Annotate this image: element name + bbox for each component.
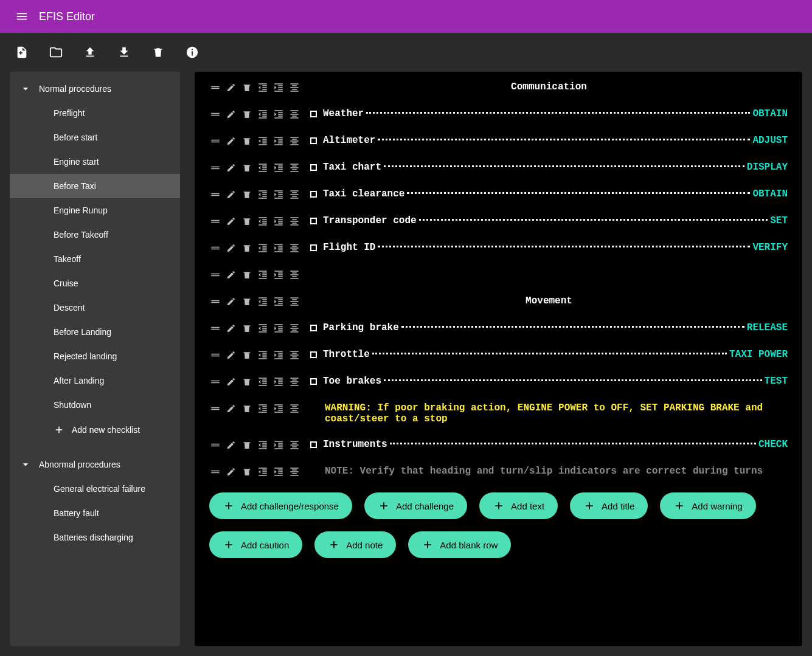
add-button[interactable]: Add blank row: [408, 531, 511, 558]
indent-button[interactable]: [272, 135, 285, 147]
row-delete-button[interactable]: [241, 269, 253, 281]
row-delete-button[interactable]: [241, 322, 253, 334]
edit-button[interactable]: [225, 439, 237, 451]
edit-button[interactable]: [225, 162, 237, 174]
checkbox[interactable]: [310, 111, 317, 117]
indent-button[interactable]: [272, 439, 285, 451]
outdent-button[interactable]: [257, 295, 269, 308]
sidebar-item[interactable]: Before Taxi: [10, 174, 180, 198]
indent-button[interactable]: [272, 322, 285, 334]
checkbox[interactable]: [310, 351, 317, 358]
outdent-button[interactable]: [257, 162, 269, 174]
add-button[interactable]: Add title: [570, 492, 648, 519]
edit-button[interactable]: [225, 108, 237, 120]
drag-handle[interactable]: [209, 349, 221, 361]
drag-handle[interactable]: [209, 439, 221, 451]
drag-handle[interactable]: [209, 466, 221, 478]
row-delete-button[interactable]: [241, 188, 253, 201]
delete-button[interactable]: [151, 45, 165, 60]
drag-handle[interactable]: [209, 376, 221, 388]
row-delete-button[interactable]: [241, 215, 253, 227]
download-button[interactable]: [117, 45, 131, 60]
outdent-button[interactable]: [257, 322, 269, 334]
edit-button[interactable]: [225, 269, 237, 281]
indent-button[interactable]: [272, 295, 285, 308]
sidebar-item[interactable]: Before Landing: [10, 320, 180, 344]
drag-handle[interactable]: [209, 269, 221, 281]
drag-handle[interactable]: [209, 215, 221, 227]
center-button[interactable]: [288, 215, 300, 227]
row-delete-button[interactable]: [241, 376, 253, 388]
row-delete-button[interactable]: [241, 349, 253, 361]
drag-handle[interactable]: [209, 322, 221, 334]
add-button[interactable]: Add warning: [660, 492, 755, 519]
indent-button[interactable]: [272, 81, 285, 94]
center-button[interactable]: [288, 135, 300, 147]
checkbox[interactable]: [310, 244, 317, 251]
drag-handle[interactable]: [209, 242, 221, 254]
new-file-button[interactable]: [15, 45, 29, 60]
drag-handle[interactable]: [209, 81, 221, 94]
sidebar-item[interactable]: Preflight: [10, 101, 180, 125]
checkbox[interactable]: [310, 441, 317, 448]
edit-button[interactable]: [225, 376, 237, 388]
checkbox[interactable]: [310, 164, 317, 171]
checkbox[interactable]: [310, 378, 317, 385]
center-button[interactable]: [288, 349, 300, 361]
add-button[interactable]: Add caution: [209, 531, 302, 558]
edit-button[interactable]: [225, 135, 237, 147]
checkbox[interactable]: [310, 191, 317, 198]
outdent-button[interactable]: [257, 439, 269, 451]
outdent-button[interactable]: [257, 135, 269, 147]
sidebar-item[interactable]: Rejected landing: [10, 344, 180, 368]
add-button[interactable]: Add challenge: [364, 492, 467, 519]
center-button[interactable]: [288, 269, 300, 281]
sidebar-item[interactable]: Engine start: [10, 150, 180, 174]
outdent-button[interactable]: [257, 376, 269, 388]
drag-handle[interactable]: [209, 188, 221, 201]
sidebar-item[interactable]: Shutdown: [10, 393, 180, 417]
outdent-button[interactable]: [257, 349, 269, 361]
outdent-button[interactable]: [257, 269, 269, 281]
center-button[interactable]: [288, 402, 300, 415]
center-button[interactable]: [288, 108, 300, 120]
indent-button[interactable]: [272, 108, 285, 120]
upload-button[interactable]: [83, 45, 97, 60]
edit-button[interactable]: [225, 295, 237, 308]
indent-button[interactable]: [272, 242, 285, 254]
tree-group-header[interactable]: Abnormal procedures: [10, 452, 180, 477]
row-delete-button[interactable]: [241, 162, 253, 174]
center-button[interactable]: [288, 439, 300, 451]
indent-button[interactable]: [272, 269, 285, 281]
indent-button[interactable]: [272, 376, 285, 388]
sidebar-item[interactable]: Engine Runup: [10, 198, 180, 223]
drag-handle[interactable]: [209, 108, 221, 120]
sidebar-item[interactable]: Before Takeoff: [10, 223, 180, 247]
sidebar-item[interactable]: Descent: [10, 295, 180, 320]
row-delete-button[interactable]: [241, 402, 253, 415]
drag-handle[interactable]: [209, 402, 221, 415]
indent-button[interactable]: [272, 402, 285, 415]
outdent-button[interactable]: [257, 242, 269, 254]
drag-handle[interactable]: [209, 295, 221, 308]
edit-button[interactable]: [225, 466, 237, 478]
row-delete-button[interactable]: [241, 242, 253, 254]
add-button[interactable]: Add note: [314, 531, 396, 558]
checkbox[interactable]: [310, 325, 317, 331]
center-button[interactable]: [288, 376, 300, 388]
sidebar-item[interactable]: Before start: [10, 125, 180, 150]
menu-button[interactable]: [10, 4, 34, 29]
row-delete-button[interactable]: [241, 439, 253, 451]
checkbox[interactable]: [310, 137, 317, 144]
outdent-button[interactable]: [257, 402, 269, 415]
open-button[interactable]: [49, 45, 63, 60]
drag-handle[interactable]: [209, 162, 221, 174]
outdent-button[interactable]: [257, 215, 269, 227]
sidebar-item[interactable]: Battery fault: [10, 501, 180, 525]
outdent-button[interactable]: [257, 466, 269, 478]
edit-button[interactable]: [225, 402, 237, 415]
row-delete-button[interactable]: [241, 108, 253, 120]
indent-button[interactable]: [272, 349, 285, 361]
sidebar-item[interactable]: General electrical failure: [10, 477, 180, 501]
center-button[interactable]: [288, 322, 300, 334]
